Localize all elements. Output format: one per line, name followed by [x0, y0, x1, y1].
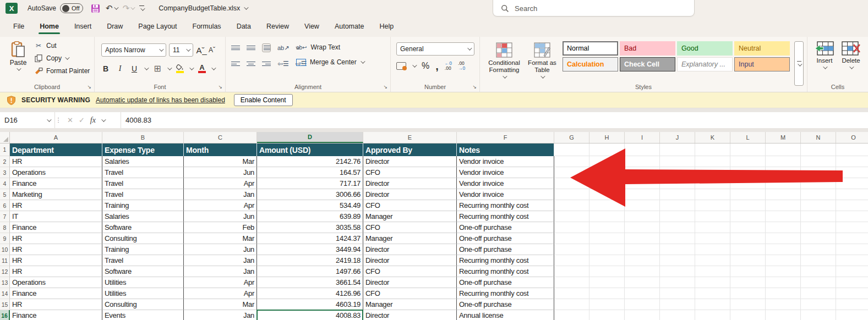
row-header-4[interactable]: 4	[0, 178, 10, 189]
cell-H5[interactable]	[589, 189, 625, 200]
cell-G2[interactable]	[554, 156, 589, 167]
cell-C15[interactable]: Mar	[184, 299, 257, 310]
cell-C2[interactable]: Mar	[184, 156, 257, 167]
cell-K1[interactable]	[695, 144, 730, 156]
cell-F11[interactable]: Recurring monthly cost	[457, 255, 554, 266]
number-format-select[interactable]: General	[396, 42, 474, 56]
tab-formulas[interactable]: Formulas	[185, 18, 229, 35]
cell-F6[interactable]: Recurring monthly cost	[457, 200, 554, 211]
cell-N13[interactable]	[801, 277, 836, 288]
row-header-11[interactable]: 11	[0, 255, 10, 266]
cell-M5[interactable]	[766, 189, 801, 200]
cell-B15[interactable]: Consulting	[102, 299, 184, 310]
increase-font-size-button[interactable]: Aˇ̲	[196, 46, 205, 55]
cell-D3[interactable]: 164.57	[257, 167, 363, 178]
cell-A1[interactable]: Department	[10, 144, 102, 156]
cell-M8[interactable]	[766, 222, 801, 233]
formula-input[interactable]: 4008.83	[121, 112, 868, 128]
cell-O15[interactable]	[836, 299, 868, 310]
cell-M7[interactable]	[766, 211, 801, 222]
cell-B1[interactable]: Expense Type	[102, 144, 184, 156]
cell-G5[interactable]	[554, 189, 589, 200]
cell-N9[interactable]	[801, 233, 836, 244]
column-header-B[interactable]: B	[102, 132, 184, 143]
column-header-O[interactable]: O	[836, 132, 868, 143]
cell-N5[interactable]	[801, 189, 836, 200]
bold-button[interactable]: B	[101, 64, 110, 73]
cell-I9[interactable]	[625, 233, 660, 244]
cell-E14[interactable]: CFO	[363, 288, 457, 299]
cell-J3[interactable]	[660, 167, 695, 178]
cell-L3[interactable]	[730, 167, 766, 178]
cancel-button[interactable]: ✕	[67, 116, 73, 124]
cell-N15[interactable]	[801, 299, 836, 310]
cell-O3[interactable]	[836, 167, 868, 178]
column-header-J[interactable]: J	[660, 132, 695, 143]
excel-app-icon[interactable]: X	[6, 3, 18, 14]
percent-style-button[interactable]: %	[422, 61, 429, 71]
cell-O13[interactable]	[836, 277, 868, 288]
cell-style-input[interactable]: Input	[734, 57, 790, 71]
cell-style-calculation[interactable]: Calculation	[563, 57, 618, 71]
cell-F5[interactable]: Vendor invoice	[457, 189, 554, 200]
bottom-align-button[interactable]	[262, 43, 271, 52]
row-header-13[interactable]: 13	[0, 277, 10, 288]
row-header-8[interactable]: 8	[0, 222, 10, 233]
top-align-button[interactable]	[231, 46, 240, 50]
cell-K8[interactable]	[695, 222, 730, 233]
cell-B16[interactable]: Events	[102, 310, 184, 320]
cell-J14[interactable]	[660, 288, 695, 299]
cell-M2[interactable]	[766, 156, 801, 167]
cell-M16[interactable]	[766, 310, 801, 320]
cell-O11[interactable]	[836, 255, 868, 266]
cell-F14[interactable]: Recurring monthly cost	[457, 288, 554, 299]
cell-K10[interactable]	[695, 244, 730, 255]
cell-B13[interactable]: Utilities	[102, 277, 184, 288]
cell-H3[interactable]	[589, 167, 625, 178]
cell-O5[interactable]	[836, 189, 868, 200]
cell-J1[interactable]	[660, 144, 695, 156]
paste-button[interactable]: Paste	[6, 41, 31, 71]
cell-L11[interactable]	[730, 255, 766, 266]
cell-E8[interactable]: CFO	[363, 222, 457, 233]
enable-content-button[interactable]: Enable Content	[234, 94, 293, 106]
cell-J9[interactable]	[660, 233, 695, 244]
cell-M6[interactable]	[766, 200, 801, 211]
cell-L1[interactable]	[730, 144, 766, 156]
cell-O9[interactable]	[836, 233, 868, 244]
cell-C4[interactable]: Apr	[184, 178, 257, 189]
cell-E10[interactable]: Director	[363, 244, 457, 255]
cell-J11[interactable]	[660, 255, 695, 266]
cell-E9[interactable]: Manager	[363, 233, 457, 244]
cell-N4[interactable]	[801, 178, 836, 189]
column-header-D[interactable]: D	[257, 132, 363, 143]
cell-G4[interactable]	[554, 178, 589, 189]
column-header-C[interactable]: C	[184, 132, 257, 143]
cell-I8[interactable]	[625, 222, 660, 233]
cell-E4[interactable]: Director	[363, 178, 457, 189]
cell-G12[interactable]	[554, 266, 589, 277]
cell-D6[interactable]: 534.49	[257, 200, 363, 211]
fill-color-button[interactable]	[176, 64, 184, 73]
cell-J15[interactable]	[660, 299, 695, 310]
cell-M9[interactable]	[766, 233, 801, 244]
tab-home[interactable]: Home	[32, 18, 67, 35]
cell-G15[interactable]	[554, 299, 589, 310]
cell-L10[interactable]	[730, 244, 766, 255]
cell-H14[interactable]	[589, 288, 625, 299]
cell-B12[interactable]: Software	[102, 266, 184, 277]
wrap-text-button[interactable]: ab↩ Wrap Text	[296, 43, 364, 51]
cell-A2[interactable]: HR	[10, 156, 102, 167]
cell-L14[interactable]	[730, 288, 766, 299]
cell-H16[interactable]	[589, 310, 625, 320]
cell-D16[interactable]: 4008.83	[257, 310, 363, 320]
tab-page-layout[interactable]: Page Layout	[130, 18, 184, 35]
format-as-table-button[interactable]: Format as Table	[525, 42, 559, 79]
cell-K9[interactable]	[695, 233, 730, 244]
tab-view[interactable]: View	[297, 18, 327, 35]
cell-style-explanatory[interactable]: Explanatory ...	[677, 57, 733, 71]
comma-style-button[interactable]: ,	[435, 63, 439, 69]
cut-button[interactable]: ✂ Cut	[34, 41, 90, 50]
cell-C10[interactable]: Jun	[184, 244, 257, 255]
autosave-control[interactable]: AutoSave Off	[28, 3, 83, 13]
